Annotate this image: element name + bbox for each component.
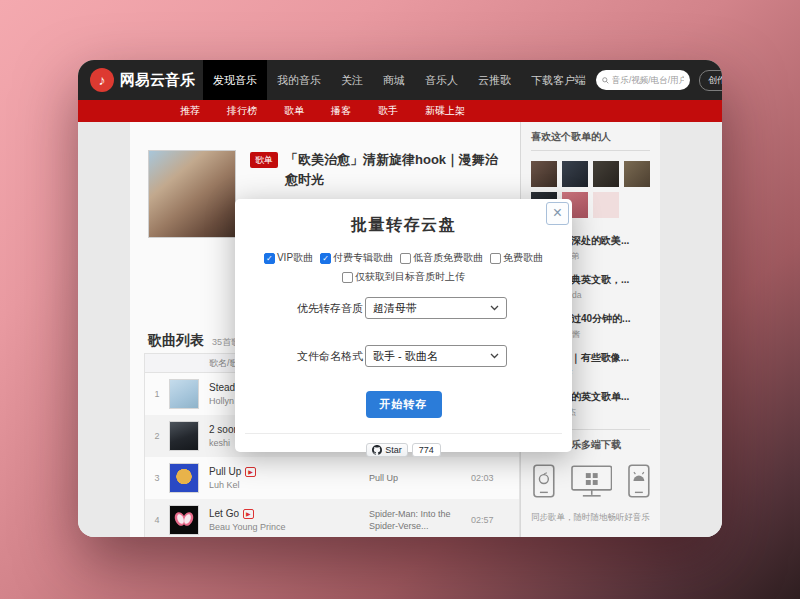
playlist-type-badge: 歌单 [250,152,278,168]
liked-user-avatar[interactable] [593,192,619,218]
mv-icon[interactable]: ▶ [243,509,254,519]
download-caption: 同步歌单，随时随地畅听好音乐 [531,512,650,524]
start-transfer-button[interactable]: 开始转存 [366,391,442,418]
nav-item-my-music[interactable]: 我的音乐 [267,60,331,100]
song-duration: 02:57 [471,515,494,525]
song-title[interactable]: Let Go▶ [209,508,369,519]
song-album[interactable]: Spider-Man: Into the Spider-Verse... [369,508,457,532]
song-index: 3 [145,473,169,483]
search-box[interactable] [596,70,690,90]
naming-select[interactable]: 歌手 - 歌曲名 [365,345,507,367]
naming-selected-value: 歌手 - 歌曲名 [373,349,438,364]
subnav-charts[interactable]: 排行榜 [227,104,257,118]
butterfly-artwork [170,506,198,534]
subnav-new-albums[interactable]: 新碟上架 [425,104,465,118]
nav-item-discover[interactable]: 发现音乐 [203,60,267,100]
song-duration: 02:03 [471,473,494,483]
quality-form-row: 优先转存音质 超清母带 [235,297,572,319]
close-icon[interactable]: × [546,202,569,225]
song-row-4[interactable]: 4 Let Go▶ Beau Young Prince [145,499,519,537]
checkbox-row-1: ✓ VIP歌曲 ✓ 付费专辑歌曲 ✓ 低音质免费歌曲 ✓ 免费歌曲 [235,251,572,265]
sub-navigation-bar: 推荐 排行榜 歌单 播客 歌手 新碟上架 [78,100,722,122]
album-cover [169,505,199,535]
chevron-down-icon [490,353,499,359]
song-index: 1 [145,389,169,399]
playlist-cover-image [148,150,236,238]
checkbox-free-songs[interactable]: ✓ 免费歌曲 [490,251,543,265]
song-title[interactable]: Pull Up▶ [209,466,369,477]
nav-item-download-client[interactable]: 下载客户端 [521,60,596,100]
iphone-apple-icon[interactable] [533,464,555,498]
modal-title: 批量转存云盘 [235,215,572,236]
windows-pc-icon[interactable] [571,464,613,498]
android-phone-icon[interactable] [628,464,650,498]
checkbox-upload-only-target-quality[interactable]: ✓ 仅获取到目标音质时上传 [342,270,465,284]
chevron-down-icon [490,305,499,311]
mv-icon[interactable]: ▶ [245,467,256,477]
album-cover [169,463,199,493]
checkbox-label: 免费歌曲 [503,251,543,265]
naming-form-row: 文件命名格式 歌手 - 歌曲名 [235,345,572,367]
github-star-button[interactable]: Star [366,443,408,457]
subnav-recommend[interactable]: 推荐 [180,104,200,118]
checkbox-vip-songs[interactable]: ✓ VIP歌曲 [264,251,313,265]
album-cover [169,421,199,451]
song-row-3[interactable]: 3 Pull Up▶ Luh Kel Pull Up 02:03 [145,457,519,499]
top-navigation-bar: ♪ 网易云音乐 发现音乐 我的音乐 关注 商城 音乐人 云推歌 下载客户端 创作… [78,60,722,100]
checkbox-paid-album-songs[interactable]: ✓ 付费专辑歌曲 [320,251,393,265]
checkbox-icon[interactable]: ✓ [320,253,331,264]
main-nav: 发现音乐 我的音乐 关注 商城 音乐人 云推歌 下载客户端 [203,60,596,100]
quality-select[interactable]: 超清母带 [365,297,507,319]
liked-user-avatar[interactable] [624,161,650,187]
nav-item-musician[interactable]: 音乐人 [415,60,468,100]
naming-label: 文件命名格式 [235,349,363,364]
checkbox-label: 仅获取到目标音质时上传 [355,270,465,284]
netease-logo-icon[interactable]: ♪ [90,68,114,92]
brand-title[interactable]: 网易云音乐 [120,71,195,90]
quality-selected-value: 超清母带 [373,301,417,316]
song-index: 2 [145,431,169,441]
quality-label: 优先转存音质 [235,301,363,316]
github-star-count[interactable]: 774 [412,443,441,457]
github-widget: Star 774 [235,443,572,457]
liked-user-avatar[interactable] [531,161,557,187]
checkbox-low-quality-free-songs[interactable]: ✓ 低音质免费歌曲 [400,251,483,265]
search-input[interactable] [612,75,684,85]
checkbox-label: 付费专辑歌曲 [333,251,393,265]
song-album[interactable]: Pull Up [369,472,457,484]
checkbox-icon[interactable]: ✓ [264,253,275,264]
liked-user-avatar[interactable] [593,161,619,187]
liked-user-avatar[interactable] [562,161,588,187]
song-artist[interactable]: Beau Young Prince [209,522,369,532]
batch-transfer-modal: × 批量转存云盘 ✓ VIP歌曲 ✓ 付费专辑歌曲 ✓ 低音质免费歌曲 ✓ 免费… [235,199,572,452]
songlist-title: 歌曲列表 [148,332,204,350]
subnav-podcast[interactable]: 播客 [331,104,351,118]
browser-window: ♪ 网易云音乐 发现音乐 我的音乐 关注 商城 音乐人 云推歌 下载客户端 创作… [78,60,722,537]
nav-item-cloud-push[interactable]: 云推歌 [468,60,521,100]
nav-item-store[interactable]: 商城 [373,60,415,100]
checkbox-label: 低音质免费歌曲 [413,251,483,265]
song-artist[interactable]: Luh Kel [209,480,369,490]
likes-section-heading: 喜欢这个歌单的人 [531,130,650,151]
song-index: 4 [145,515,169,525]
modal-divider [245,433,562,434]
desktop-background: ♪ 网易云音乐 发现音乐 我的音乐 关注 商城 音乐人 云推歌 下载客户端 创作… [0,0,800,599]
checkbox-row-2: ✓ 仅获取到目标音质时上传 [235,270,572,284]
creator-center-button[interactable]: 创作者中心 [699,70,722,91]
checkbox-icon[interactable]: ✓ [342,272,353,283]
checkbox-label: VIP歌曲 [277,251,313,265]
playlist-title: 「欧美治愈」清新旋律hook｜漫舞治愈时光 [285,150,510,190]
subnav-playlists[interactable]: 歌单 [284,104,304,118]
checkbox-icon[interactable]: ✓ [400,253,411,264]
subnav-artists[interactable]: 歌手 [378,104,398,118]
nav-item-follow[interactable]: 关注 [331,60,373,100]
github-icon [372,445,382,455]
search-icon [602,76,609,85]
album-cover [169,379,199,409]
github-star-label: Star [385,445,402,455]
checkbox-icon[interactable]: ✓ [490,253,501,264]
